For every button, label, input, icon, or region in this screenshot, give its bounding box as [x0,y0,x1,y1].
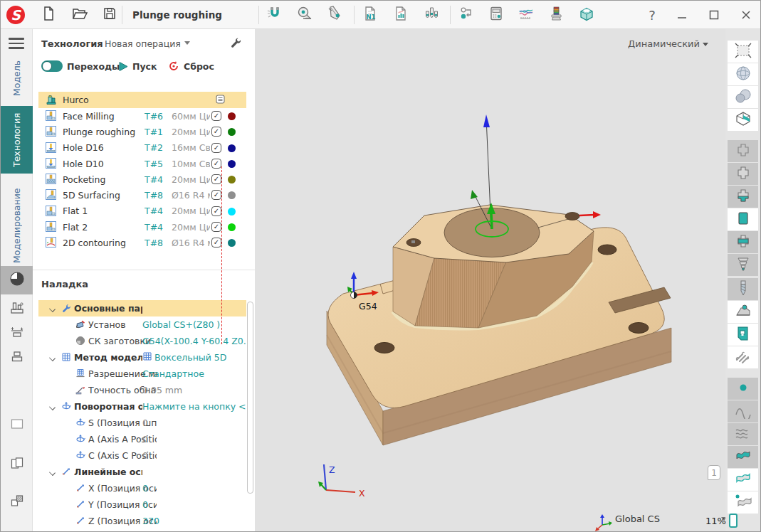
play-icon[interactable] [118,61,129,72]
operation-checkbox[interactable]: ✓ [211,159,221,169]
cad-model-canvas[interactable]: G54 Z X [255,29,727,532]
parameter-row[interactable]: СК заготовкиG54(X-100.4 Y-60.4 Z0.4 [38,333,246,349]
tab-simulation[interactable]: Моделирование [1,179,33,272]
shaded-part-button[interactable] [728,86,758,108]
parameter-value[interactable]: 370 [142,516,246,526]
parameter-value[interactable]: 0 [142,434,246,445]
save-button[interactable] [98,3,122,27]
operation-checkbox[interactable]: ✓ [211,190,221,200]
graphs-button[interactable] [514,3,538,27]
minimize-button[interactable] [670,3,694,27]
parameter-row[interactable]: X (Позиция оси0 [38,480,246,496]
curve-line-button[interactable] [728,400,758,422]
operation-row[interactable]: Flat 2T#420мм Цил✓ [38,219,246,235]
tool-library-button[interactable] [419,3,444,27]
tape-measure-button[interactable] [293,3,317,27]
parameter-row[interactable]: Точность обнар0.05 mm [38,382,246,398]
operation-row[interactable]: Hole D10T#510мм Све✓ [38,156,246,171]
section-box-button[interactable] [728,109,758,131]
tab-technology[interactable]: Технология [1,106,33,174]
blank-sheet-button[interactable] [1,411,33,440]
operation-row[interactable]: Plunge roughingT#120мм Цил✓ [38,124,246,139]
checkered-circle-button[interactable] [1,266,33,294]
operation-row[interactable]: Hole D16T#216мм Све✓ [38,140,246,156]
dot-teal-button[interactable] [728,378,758,400]
operation-checkbox[interactable]: ✓ [211,143,221,153]
parameter-value[interactable]: 0 [142,499,246,510]
parameter-value[interactable]: 0.05 mm [142,385,246,395]
machine-row[interactable]: Hurco [38,92,246,108]
coordinate-system-name[interactable]: Global CS [615,514,660,524]
notes-icon[interactable] [215,94,226,107]
calculator-button[interactable] [484,3,508,27]
settings-wrench-button[interactable] [226,33,245,52]
drill-tool-button[interactable] [728,278,758,300]
parameter-row[interactable]: Разрешение мсСтандартное [38,366,246,382]
parameter-value[interactable]: 0 [142,417,246,428]
reset-icon[interactable] [168,60,179,72]
simulation-chain-button[interactable] [454,3,478,27]
halftone-block-button[interactable] [1,488,33,516]
parameter-row[interactable]: S (Позиция шпи0 [38,415,246,431]
report-button[interactable] [389,3,413,27]
parameter-row[interactable]: Линейные оси [38,464,246,480]
main-menu-button[interactable] [9,38,24,49]
parameter-row[interactable]: Поворотная осьНажмите на кнопку <... [38,398,246,415]
workpiece-pages-button[interactable] [1,450,33,479]
stock-model-button[interactable] [574,3,599,27]
parameter-value[interactable]: 0 [142,483,246,494]
part-corner-teal-button[interactable] [728,301,758,323]
chevron-down-icon[interactable] [49,306,56,312]
view-sphere-button[interactable] [728,63,758,85]
operation-row[interactable]: 2D contouringT#8Ø16 R4 мм✓ [38,235,246,250]
help-button[interactable]: ? [640,3,664,27]
parameter-value[interactable]: Нажмите на кнопку <... [142,401,246,412]
close-button[interactable] [734,3,758,27]
transitions-toggle[interactable] [41,60,63,72]
view-mode-dropdown[interactable]: Динамический [628,38,708,49]
run-label[interactable]: Пуск [132,61,157,72]
parameter-row[interactable]: Метод моделирВоксельный 5D [38,349,246,366]
maximize-button[interactable] [702,3,726,27]
operation-row[interactable]: Face MillingT#660мм Цил✓ [38,108,246,124]
reset-label[interactable]: Сброс [184,61,214,72]
zoom-window-button[interactable] [728,41,758,63]
part-stock-teal-button[interactable] [728,186,758,208]
parameter-value[interactable]: Воксельный 5D [142,351,246,363]
press-button[interactable] [1,344,33,372]
solid-cylinder-button[interactable] [728,208,758,230]
flag-outline-button[interactable] [728,469,758,491]
chevron-down-icon[interactable] [49,404,56,410]
cone-layers-button[interactable] [728,254,758,276]
part-gray-button[interactable] [728,163,758,185]
operation-row[interactable]: 5D SurfacingT#8Ø16 R4 мм✓ [38,187,246,203]
new-operation-dropdown[interactable]: Новая операция [105,38,181,49]
magnet-snap-button[interactable] [263,3,287,27]
operation-checkbox[interactable]: ✓ [211,206,221,216]
parameter-row[interactable]: Z (Позиция оси370 [38,513,246,529]
machine-teal-button[interactable] [728,324,758,346]
chevron-down-icon[interactable] [184,41,190,45]
caliper-button[interactable] [322,3,347,27]
nc-program-button[interactable]: N1 [358,3,382,27]
part-mid-teal-button[interactable] [728,231,758,253]
tab-model[interactable]: Модель [1,56,33,100]
operation-checkbox[interactable]: ✓ [211,174,221,184]
chevron-down-icon[interactable] [49,469,56,476]
parameter-value[interactable]: 0 [142,450,246,461]
operation-checkbox[interactable]: ✓ [211,222,221,232]
operation-checkbox[interactable]: ✓ [211,238,221,248]
parameter-row[interactable]: Основные парам [38,300,246,316]
parameter-value[interactable]: G54(X-100.4 Y-60.4 Z0.4 [142,336,246,346]
panel-scrollbar[interactable] [247,302,253,494]
new-document-button[interactable] [36,3,61,27]
operation-checkbox[interactable]: ✓ [211,127,221,137]
material-stack-button[interactable] [544,3,568,27]
parameter-row[interactable]: УстановGlobal CS+(Z80 ) [38,316,246,333]
parameter-value[interactable]: Стандартное [142,368,246,379]
parameter-value[interactable]: Global CS+(Z80 ) [142,319,246,330]
flag-dot-button[interactable] [728,491,758,514]
operation-row[interactable]: Flat 1T#420мм Цил✓ [38,203,246,219]
open-folder-button[interactable] [67,3,91,27]
parameter-row[interactable]: Y (Позиция оси0 [38,496,246,513]
